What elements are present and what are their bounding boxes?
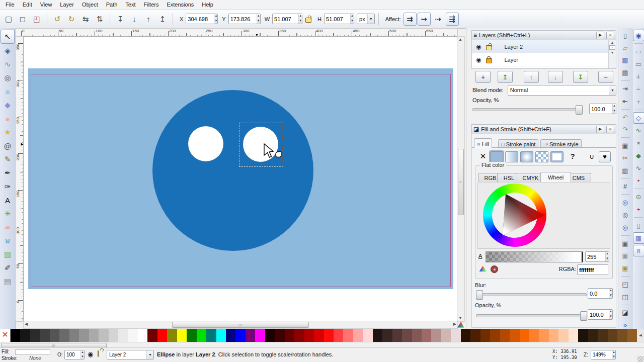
snap-bbox-centers-button[interactable]: + [633,96,644,108]
slider-thumb[interactable] [476,290,483,300]
palette-swatch[interactable] [255,329,265,342]
palette-swatch[interactable] [11,329,20,342]
tweak-tool[interactable]: ∿ [1,58,14,71]
palette-scroll-left-icon[interactable]: ◀ [637,329,644,342]
pencil-tool[interactable]: ✎ [1,153,14,166]
raise-to-top-button[interactable]: ↥ [156,13,169,26]
menu-filters[interactable]: Filters [140,1,163,8]
palette-swatch[interactable] [598,329,607,342]
zoom-spinbox[interactable]: ▲▼ [591,350,616,359]
palette-swatch[interactable] [617,329,627,342]
node-tool[interactable]: ◈ [1,44,14,57]
affect-gradient-button[interactable]: ⇶ [446,13,459,26]
rotate-ccw-button[interactable]: ↺ [51,13,64,26]
layers-list-scrollbar[interactable]: ▲≡▼ [608,40,616,68]
snap-bbox-button[interactable]: ▭ [633,46,644,57]
palette-swatch[interactable] [167,329,177,342]
lock-ratio-toggle[interactable] [303,13,313,26]
palette-swatch[interactable] [157,329,167,342]
snap-nodes-button[interactable]: ◇ [633,112,644,124]
alpha-slider[interactable] [486,251,583,262]
zoom-input[interactable] [591,350,612,359]
raise-button[interactable]: ↑ [142,13,155,26]
blur-input[interactable] [588,289,609,298]
blur-slider[interactable] [476,293,587,296]
palette-swatch[interactable] [558,329,568,342]
blend-mode-dropdown[interactable]: Normal ▼ [508,85,616,96]
palette-swatch[interactable] [549,329,558,342]
spiral-tool[interactable]: @ [1,139,14,152]
select-same-button[interactable]: ◻ [16,13,29,26]
x-coordinate-input[interactable] [186,14,214,24]
rgba-input[interactable] [578,265,608,275]
palette-swatch[interactable] [431,329,441,342]
palette-swatch[interactable] [109,329,118,342]
paint-bucket-tool[interactable]: ⊎ [1,234,14,247]
palette-swatch[interactable] [187,329,196,342]
scroll-down-arrow[interactable]: ▼ [457,315,463,321]
slider-thumb[interactable] [576,105,583,115]
width-spinbox[interactable]: ▲▼ [272,14,302,24]
palette-swatch[interactable] [451,329,460,342]
snap-guides-button[interactable]: |/| [633,245,644,256]
palette-swatch[interactable] [539,329,548,342]
palette-swatch[interactable] [147,329,157,342]
palette-swatch[interactable] [529,329,539,342]
eraser-tool[interactable]: ▰ [1,221,14,234]
palette-swatch[interactable] [569,329,578,342]
palette-swatch[interactable] [40,329,49,342]
paint-flat-button[interactable] [490,151,503,162]
duplicate-button[interactable]: ▣ [619,238,631,249]
scroll-up-arrow[interactable]: ▲ [457,37,463,43]
palette-swatch[interactable] [627,329,637,342]
palette-swatch[interactable] [324,329,334,342]
palette-swatch[interactable] [461,329,470,342]
object-opacity-spinbox[interactable]: ▲▼ [588,309,613,320]
palette-swatch[interactable] [59,329,69,342]
menu-text[interactable]: Text [122,1,139,8]
palette-swatch[interactable] [490,329,500,342]
color-marker[interactable] [497,233,502,238]
cms-profile-icon[interactable] [478,265,487,273]
menu-file[interactable]: File [2,1,18,8]
selector-tool[interactable]: ↖ [1,30,15,44]
palette-swatch[interactable] [363,329,372,342]
paint-unknown-button[interactable]: ? [567,151,579,161]
lower-to-bottom-button[interactable]: ↧ [114,13,127,26]
palette-swatch[interactable] [510,329,519,342]
snap-rotation-center-button[interactable]: + [633,204,644,215]
paint-linear-gradient-button[interactable] [505,151,518,162]
open-document-button[interactable]: ▱ [619,42,631,54]
fill-rule-evenodd-button[interactable]: ♥ [599,151,611,162]
unlink-clone-button[interactable]: ▣ [619,262,631,274]
rotate-cw-button[interactable]: ↻ [65,13,78,26]
text-tool[interactable]: A [1,194,14,207]
y-coordinate-input[interactable] [229,14,257,24]
panel-menu-icon[interactable]: ▶ [596,126,604,133]
spin-arrows[interactable]: ▲▼ [609,310,612,319]
rectangle-tool[interactable]: ■ [1,85,14,98]
palette-swatch[interactable] [500,329,510,342]
menu-help[interactable]: Help [198,1,217,8]
paste-button[interactable]: ▥ [619,165,631,176]
snap-bbox-midpoints-button[interactable]: ∸ [633,83,644,95]
zoom-selection-button[interactable]: ◎ [619,197,631,208]
spin-arrows[interactable]: ▲▼ [298,14,302,24]
fill-stroke-panel-titlebar[interactable]: ◪ Fill and Stroke (Shift+Ctrl+F) ▶ × [471,124,616,134]
open-lock-icon[interactable] [486,45,492,50]
snap-smooth-nodes-button[interactable]: ∿ [633,162,644,174]
horizontal-scrollbar[interactable]: ◀ ||| ▶ [23,321,458,329]
palette-swatch[interactable] [99,329,108,342]
x-coordinate-spinbox[interactable]: ▲▼ [186,14,218,24]
deselect-button[interactable]: ◰ [30,13,43,26]
slider-thumb[interactable] [580,311,587,321]
undo-button[interactable]: ↶ [619,112,631,123]
snap-cusp-nodes-button[interactable]: ◆ [633,150,644,161]
palette-swatch[interactable] [20,329,30,342]
spin-arrows[interactable]: ▲▼ [609,289,612,298]
3dbox-tool[interactable]: ◆ [1,99,14,112]
palette-swatch[interactable] [392,329,402,342]
window-resize-grip[interactable] [637,356,643,362]
left-eye-shape[interactable] [188,126,223,161]
fill-stroke-dialog-button[interactable]: ◪ [619,307,631,319]
